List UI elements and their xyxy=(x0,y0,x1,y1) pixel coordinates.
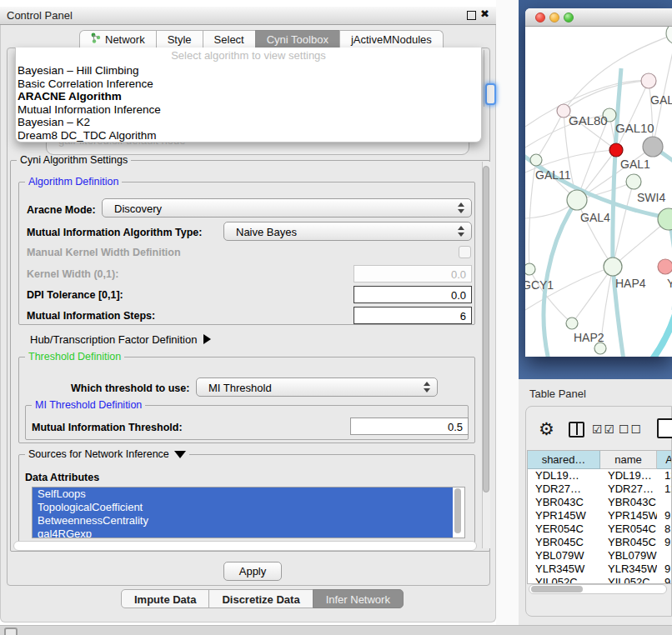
network-node[interactable] xyxy=(666,27,672,44)
column-header[interactable]: A xyxy=(657,451,672,469)
network-graph[interactable]: GAL7GAL80GAL10GAL1GAL11GAL4SWI4GCY1HAP4Y… xyxy=(525,27,672,357)
manual-kernel-checkbox[interactable] xyxy=(459,246,471,258)
network-node-label: GAL80 xyxy=(569,113,608,128)
table-cell: 8. xyxy=(657,522,671,536)
attribute-list-item[interactable]: gal4RGexp xyxy=(33,528,453,538)
network-node[interactable] xyxy=(626,174,641,189)
network-edge[interactable] xyxy=(652,295,672,357)
dpi-tolerance-field[interactable]: 0.0 xyxy=(354,286,472,303)
attribute-list-item[interactable]: BetweennessCentrality xyxy=(33,514,453,528)
table-row[interactable]: YER054CYER054C8. xyxy=(528,522,671,536)
table-row[interactable]: YBL079WYBL079W xyxy=(528,549,671,562)
table-row[interactable]: YBR045CYBR045C9. xyxy=(528,536,671,549)
collapsed-panel-icon[interactable] xyxy=(4,628,18,635)
sources-title[interactable]: Sources for Network Inference xyxy=(25,448,189,460)
show-columns-icon[interactable]: ☑☑ xyxy=(592,422,616,436)
close-traffic-light-icon[interactable] xyxy=(535,12,545,22)
algorithm-option[interactable]: ARACNE Algorithm xyxy=(16,90,481,103)
table-cell: 9. xyxy=(657,576,671,584)
network-edge[interactable] xyxy=(564,81,649,111)
algorithm-option[interactable]: Basic Correlation Inference xyxy=(16,78,481,91)
hide-columns-icon[interactable]: ☐☐ xyxy=(619,422,643,436)
zoom-traffic-light-icon[interactable] xyxy=(564,12,574,22)
split-columns-icon[interactable] xyxy=(569,422,584,438)
network-node[interactable] xyxy=(643,137,663,157)
settings-scrollbar-thumb[interactable] xyxy=(483,166,489,492)
gear-icon[interactable]: ⚙ xyxy=(539,419,554,439)
which-threshold-combo[interactable]: MI Threshold xyxy=(196,378,438,397)
algorithm-dropdown[interactable]: Select algorithm to view settings Bayesi… xyxy=(15,48,482,142)
hub-definition-toggle[interactable]: Hub/Transcription Factor Definition xyxy=(30,333,211,346)
tab-infer-network[interactable]: Infer Network xyxy=(313,589,404,608)
algorithm-option[interactable]: Dream8 DC_TDC Algorithm xyxy=(16,129,481,142)
tab-select[interactable]: Select xyxy=(203,30,256,48)
data-attributes-list[interactable]: SelfLoopsTopologicalCoefficientBetweenne… xyxy=(32,487,465,538)
tab-discretize-data[interactable]: Discretize Data xyxy=(208,589,313,608)
network-node[interactable] xyxy=(609,143,623,157)
algorithm-dropdown-placeholder: Select algorithm to view settings xyxy=(16,48,481,64)
settings-hscrollbar[interactable] xyxy=(13,541,477,551)
tab-network[interactable]: Network xyxy=(79,30,157,48)
network-edge[interactable] xyxy=(577,115,609,200)
network-canvas[interactable]: GAL7GAL80GAL10GAL1GAL11GAL4SWI4GCY1HAP4Y… xyxy=(525,27,672,357)
network-node[interactable] xyxy=(641,73,656,88)
network-window-titlebar[interactable] xyxy=(525,8,672,27)
aracne-mode-combo[interactable]: Discovery xyxy=(102,198,472,218)
algorithm-option[interactable]: Mutual Information Inference xyxy=(16,103,481,117)
algorithm-option[interactable]: Bayesian – K2 xyxy=(16,116,481,129)
mi-threshold-field[interactable]: 0.5 xyxy=(350,418,469,435)
table-cell: 12 xyxy=(657,482,671,496)
tab-impute-data[interactable]: Impute Data xyxy=(121,589,209,608)
column-header[interactable]: shared… xyxy=(528,451,600,469)
close-icon[interactable]: ✖ xyxy=(480,8,489,20)
tab-label: Network xyxy=(105,31,145,49)
mi-threshold-label: Mutual Information Threshold: xyxy=(32,422,183,433)
column-header[interactable]: name xyxy=(600,451,657,469)
table-cell: YDR27… xyxy=(528,482,600,496)
attribute-list-item[interactable]: TopologicalCoefficient xyxy=(33,501,453,514)
float-window-icon[interactable] xyxy=(467,11,476,20)
table-row[interactable]: YLR345WYLR345W9. xyxy=(528,562,671,576)
table-hscrollbar-thumb[interactable] xyxy=(531,586,583,592)
attributes-scrollbar-thumb[interactable] xyxy=(454,488,461,533)
network-node[interactable] xyxy=(525,263,535,275)
network-edge[interactable] xyxy=(572,267,613,323)
network-edge[interactable] xyxy=(613,182,634,267)
network-edge[interactable] xyxy=(577,200,613,267)
network-edge[interactable] xyxy=(529,269,572,323)
network-node-label: HAP4 xyxy=(615,277,646,290)
table-row[interactable]: YDR27…YDR27…12 xyxy=(528,482,671,496)
attribute-list-item[interactable]: SelfLoops xyxy=(33,488,453,501)
network-node[interactable] xyxy=(658,259,672,274)
tab-style[interactable]: Style xyxy=(156,30,203,48)
table-row[interactable]: YDL19…YDL19…13 xyxy=(528,469,671,482)
network-view-window[interactable]: GAL7GAL80GAL10GAL1GAL11GAL4SWI4GCY1HAP4Y… xyxy=(525,8,672,357)
algorithm-option[interactable]: Bayesian – Hill Climbing xyxy=(16,64,481,78)
apply-button[interactable]: Apply xyxy=(223,562,282,581)
minimize-traffic-light-icon[interactable] xyxy=(549,12,559,22)
table-cell: 9. xyxy=(657,562,671,576)
network-node[interactable] xyxy=(566,318,578,329)
table-cell: YER054C xyxy=(600,522,657,536)
mi-steps-field[interactable]: 6 xyxy=(354,307,472,324)
table-row[interactable]: YBR043CYBR043C xyxy=(528,496,671,509)
collapse-down-icon xyxy=(174,451,186,458)
tab-jactivemnodules[interactable]: jActiveMNodules xyxy=(339,30,444,48)
control-panel-titlebar[interactable] xyxy=(0,7,496,25)
network-node[interactable] xyxy=(604,258,622,276)
mi-type-combo[interactable]: Naive Bayes xyxy=(223,222,472,241)
focused-spinner-button[interactable] xyxy=(485,83,496,105)
network-edge[interactable] xyxy=(653,33,672,147)
table-row[interactable]: YIL052CYIL052C9. xyxy=(528,576,671,584)
table-row[interactable]: YPR145WYPR145W9. xyxy=(528,509,671,522)
document-icon[interactable] xyxy=(657,418,672,438)
kernel-width-field[interactable]: 0.0 xyxy=(354,265,472,282)
network-node-label: GCY1 xyxy=(525,278,554,292)
network-edge[interactable] xyxy=(536,111,564,160)
network-node[interactable] xyxy=(567,190,587,210)
network-tab-icon xyxy=(91,31,101,49)
network-node[interactable] xyxy=(530,154,542,166)
panel-divider[interactable] xyxy=(496,0,519,625)
network-node[interactable] xyxy=(594,342,606,354)
tab-cyni-toolbox[interactable]: Cyni Toolbox xyxy=(255,30,340,48)
